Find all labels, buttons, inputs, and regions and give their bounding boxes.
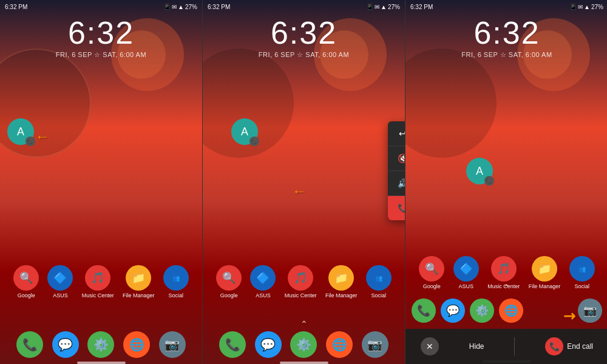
app-asus-3[interactable]: 🔷 ASUS	[453, 256, 479, 289]
dock-camera-3[interactable]: 📷	[578, 298, 602, 323]
menu-speaker[interactable]: 🔊 Speaker	[388, 171, 405, 196]
bar-divider	[514, 337, 515, 356]
close-bar-button[interactable]: ✕	[421, 337, 439, 356]
clock-3: 6:32 FRI, 6 SEP ☆ SAT, 6:00 AM	[405, 17, 607, 59]
caller-bubble-2[interactable]: A 📞	[231, 118, 258, 145]
dock-phone-1[interactable]: 📞	[16, 331, 43, 358]
app-asus-1[interactable]: 🔷 ASUS	[47, 265, 73, 298]
caller-badge-2: 📞	[249, 136, 259, 146]
hide-label: Hide	[469, 342, 484, 351]
clock-date-2: FRI, 6 SEP ☆ SAT, 6:00 AM	[203, 51, 405, 59]
dock-sms-2[interactable]: 💬	[255, 331, 282, 358]
dock-chrome-1[interactable]: 🌐	[123, 331, 150, 358]
clock-2: 6:32 FRI, 6 SEP ☆ SAT, 6:00 AM	[203, 17, 405, 59]
menu-mute[interactable]: 🔇 Mute	[388, 146, 405, 171]
chevron-up-3: ⌃	[503, 283, 510, 292]
dock-settings-3[interactable]: ⚙️	[470, 298, 494, 323]
back-icon: ↩	[396, 129, 405, 138]
caller-initial-3: A	[476, 165, 483, 178]
app-asus-2[interactable]: 🔷 ASUS	[250, 265, 276, 298]
clock-time-1: 6:32	[0, 17, 202, 49]
app-row-1: 🔍 Google 🔷 ASUS 🎵 Music Center 📁 File Ma…	[0, 265, 202, 298]
divider-2	[405, 0, 405, 364]
app-files-1[interactable]: 📁 File Manager	[123, 265, 155, 298]
caller-initial-1: A	[17, 126, 24, 138]
dock-camera-1[interactable]: 📷	[159, 331, 186, 358]
screen-2: 6:32 PM 📱 ✉ ▲ 27% 6:32 FRI, 6 SEP ☆ SAT,…	[203, 0, 405, 364]
arrow-2: ←	[292, 181, 307, 200]
app-social-1[interactable]: 👥 Social	[163, 265, 189, 298]
clock-date-1: FRI, 6 SEP ☆ SAT, 6:00 AM	[0, 51, 202, 59]
clock-date-3: FRI, 6 SEP ☆ SAT, 6:00 AM	[405, 51, 607, 59]
end-call-button[interactable]: 📞 End call	[545, 337, 593, 356]
hide-button[interactable]: Hide	[469, 342, 484, 351]
menu-back-to-call[interactable]: ↩ Back to call	[388, 121, 405, 146]
chevron-up-2: ⌃	[300, 319, 308, 329]
status-icons-2: 📱 ✉ ▲ 27%	[366, 4, 400, 10]
dock-chrome-3[interactable]: 🌐	[499, 298, 523, 323]
dock-phone-2[interactable]: 📞	[219, 331, 246, 358]
caller-badge-3: 📞	[484, 176, 494, 186]
dock-settings-1[interactable]: ⚙️	[87, 331, 114, 358]
status-bar-1: 6:32 PM 📱 ✉ ▲ 27%	[0, 0, 202, 13]
app-google-2[interactable]: 🔍 Google	[216, 265, 242, 298]
clock-1: 6:32 FRI, 6 SEP ☆ SAT, 6:00 AM	[0, 17, 202, 59]
app-social-3[interactable]: 👥 Social	[569, 256, 595, 289]
status-icons-1: 📱 ✉ ▲ 27%	[163, 4, 197, 10]
caller-badge-1: 📞	[25, 136, 35, 146]
nav-bar-1	[77, 362, 126, 364]
divider-1	[202, 0, 203, 364]
speaker-icon: 🔊	[396, 178, 405, 188]
context-menu: ↩ Back to call 🔇 Mute 🔊 Speaker 📞 End ca…	[388, 121, 405, 220]
screen-3: 6:32 PM 📱 ✉ ▲ 27% 6:32 FRI, 6 SEP ☆ SAT,…	[405, 0, 607, 364]
bottom-call-bar: 📞 💬 ⚙️ 🌐 📷 ✕ Hide 📞 End call	[405, 329, 607, 364]
dock-settings-2[interactable]: ⚙️	[290, 331, 317, 358]
caller-initial-2: A	[241, 126, 248, 138]
status-time-1: 6:32 PM	[5, 4, 27, 10]
dock-camera-2[interactable]: 📷	[362, 331, 388, 358]
mute-icon: 🔇	[396, 153, 405, 163]
app-music-2[interactable]: 🎵 Music Center	[285, 265, 317, 298]
app-google-1[interactable]: 🔍 Google	[13, 265, 39, 298]
dock-chrome-2[interactable]: 🌐	[326, 331, 353, 358]
status-time-2: 6:32 PM	[208, 4, 230, 10]
app-social-2[interactable]: 👥 Social	[366, 265, 392, 298]
app-files-3[interactable]: 📁 File Manager	[529, 256, 561, 289]
dock-sms-3[interactable]: 💬	[441, 298, 465, 323]
app-google-3[interactable]: 🔍 Google	[419, 256, 444, 289]
dock-phone-3[interactable]: 📞	[412, 298, 436, 323]
app-files-2[interactable]: 📁 File Manager	[325, 265, 358, 298]
bottom-dock-2: 📞 💬 ⚙️ 🌐 📷	[203, 331, 405, 358]
arrow-1: ←	[35, 126, 50, 146]
end-call-icon: 📞	[396, 203, 405, 213]
status-icons-3: 📱 ✉ ▲ 27%	[569, 4, 603, 10]
caller-bubble-3[interactable]: A 📞	[466, 158, 493, 184]
app-music-1[interactable]: 🎵 Music Center	[82, 265, 114, 298]
status-bar-3: 6:32 PM 📱 ✉ ▲ 27%	[405, 0, 607, 13]
clock-time-3: 6:32	[405, 17, 607, 49]
app-row-2: 🔍 Google 🔷 ASUS 🎵 Music Center 📁 File Ma…	[203, 265, 405, 298]
bottom-dock-1: 📞 💬 ⚙️ 🌐 📷	[0, 331, 202, 358]
menu-end-call[interactable]: 📞 End call	[388, 196, 405, 220]
clock-time-2: 6:32	[203, 17, 405, 49]
nav-bar-2	[280, 362, 328, 364]
end-call-bar-label: End call	[567, 342, 593, 351]
screen-1: 6:32 PM 📱 ✉ ▲ 27% 6:32 FRI, 6 SEP ☆ SAT,…	[0, 0, 202, 364]
caller-bubble-1[interactable]: A 📞	[7, 118, 34, 145]
planet-3	[405, 49, 497, 158]
end-call-phone-icon: 📞	[545, 337, 563, 356]
status-time-3: 6:32 PM	[410, 4, 433, 10]
close-icon: ✕	[421, 337, 439, 356]
status-bar-2: 6:32 PM 📱 ✉ ▲ 27%	[203, 0, 405, 13]
dock-sms-1[interactable]: 💬	[52, 331, 79, 358]
